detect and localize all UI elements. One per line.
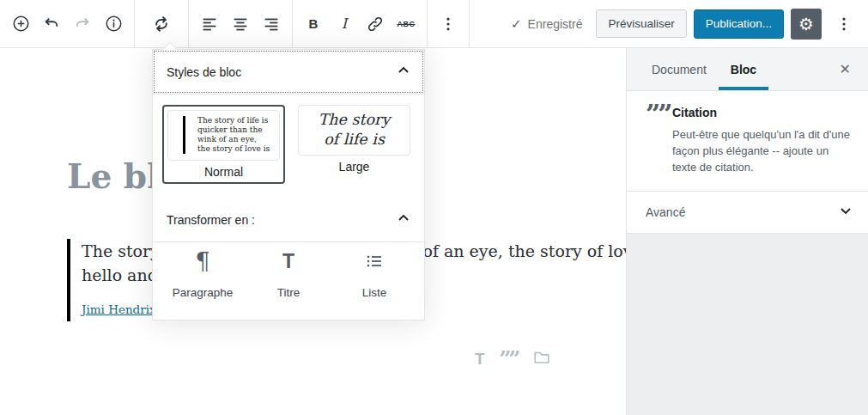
saved-status: ✓ Enregistré [511,16,582,32]
close-icon: ✕ [840,62,851,76]
advanced-panel-toggle[interactable]: Avancé [627,192,868,234]
strikethrough-icon: ABC [398,20,416,28]
style-option-normal[interactable]: The story of life is quicker than the wi… [162,105,285,184]
close-sidebar-button[interactable]: ✕ [836,58,854,81]
preview-line: quicker than the [197,125,270,135]
chevron-down-icon [839,204,853,221]
wordpress-block-editor: B I ABC ✓ Enregistré Prévisualiser [0,0,868,415]
bold-button[interactable]: B [299,9,328,40]
style-large-label: Large [298,156,410,175]
preview-line: The story [299,110,410,130]
transform-list-label: Liste [362,286,387,299]
mini-quote-bar [183,116,185,154]
heading-icon: T [282,247,294,275]
publish-button[interactable]: Publication... [694,9,784,39]
style-option-large[interactable]: The story of life is Large [298,105,410,184]
redo-button[interactable] [68,9,97,40]
info-icon [104,14,124,34]
block-styles-list: The story of life is quicker than the wi… [153,95,424,198]
bold-icon: B [309,16,319,31]
undo-button[interactable] [37,9,66,40]
toolbar-more-group [428,0,469,47]
kebab-icon [835,15,853,34]
transform-to-paragraph[interactable]: ¶ Paragraphe [160,247,246,299]
heading-block-icon[interactable]: T [475,350,485,369]
toolbar-alignment-group [189,0,292,47]
frequent-blocks-shortcuts: T ”” [475,348,551,370]
settings-sidebar: Document Bloc ✕ ”” Citation Peut-être qu… [626,48,868,415]
redo-icon [73,15,92,34]
block-styles-title: Styles de bloc [167,65,241,79]
block-card-body: Citation Peut-être que quelqu'un l'a dit… [672,106,854,175]
toolbar-divider [469,0,470,47]
preview-line: of life is [299,130,410,150]
quote-left-border [67,239,70,321]
check-icon: ✓ [511,16,522,32]
preview-button[interactable]: Prévisualiser [596,9,686,38]
advanced-panel-label: Avancé [646,205,685,219]
link-button[interactable] [361,9,390,40]
align-center-icon [231,15,250,34]
quote-block-icon[interactable]: ”” [500,351,519,368]
align-left-button[interactable] [195,9,224,40]
align-right-icon [262,15,281,34]
strikethrough-button[interactable]: ABC [392,9,421,40]
sidebar-tabs: Document Bloc ✕ [627,48,868,91]
style-large-preview: The story of life is [298,105,410,156]
chevron-up-icon [397,64,410,81]
list-icon [364,247,385,275]
paragraph-icon: ¶ [195,247,209,275]
transform-icon [151,14,172,34]
toolbar-history-group [0,0,134,47]
italic-icon: I [342,15,347,32]
gear-icon: ⚙ [798,15,814,34]
preview-line: the story of love is [197,144,270,154]
link-icon [366,15,385,34]
italic-button[interactable]: I [330,9,359,40]
editor-toolbar: B I ABC ✓ Enregistré Prévisualiser [0,0,868,48]
transform-to-heading[interactable]: T Titre [246,247,331,299]
style-normal-preview: The story of life is quicker than the wi… [167,110,280,161]
preview-line: wink of an eye, [197,135,270,144]
toolbar-formatting-group: B I ABC [293,0,427,47]
quote-icon: ”” [646,106,672,175]
align-left-icon [200,15,219,34]
block-card-description: Peut-être que quelqu'un l'a dit d'une fa… [672,126,854,175]
more-options-button[interactable] [434,9,463,40]
toolbar-right-actions: ✓ Enregistré Prévisualiser Publication..… [511,9,868,40]
citation-link[interactable]: Jimi Hendrix [82,302,156,316]
style-normal-preview-text: The story of life is quicker than the wi… [197,116,270,160]
change-block-type-button[interactable] [147,9,176,40]
align-right-button[interactable] [257,9,286,40]
transform-title: Transformer en : [167,213,255,227]
block-card: ”” Citation Peut-être que quelqu'un l'a … [627,91,868,192]
saved-status-label: Enregistré [528,17,583,31]
transform-paragraph-label: Paragraphe [173,286,234,299]
block-switcher-popover: Styles de bloc The story of life is quic… [152,49,425,320]
transform-to-list[interactable]: Liste [331,247,417,299]
preview-line: The story of life is [197,116,270,125]
folder-block-icon[interactable] [532,348,551,370]
tab-document[interactable]: Document [640,48,719,90]
show-more-tools-button[interactable] [829,9,859,40]
chevron-up-icon [397,211,410,229]
tab-block[interactable]: Bloc [719,48,768,90]
toolbar-block-switcher-group [135,0,188,47]
style-normal-label: Normal [167,161,280,180]
kebab-icon [439,15,458,34]
add-block-button[interactable] [6,9,35,40]
undo-icon [42,15,61,34]
block-styles-panel-header[interactable]: Styles de bloc [153,50,424,95]
settings-button[interactable]: ⚙ [791,9,822,40]
align-center-button[interactable] [226,9,255,40]
block-card-title: Citation [672,106,854,119]
content-structure-button[interactable] [99,9,128,40]
transform-heading-label: Titre [277,286,300,299]
transform-panel-header[interactable]: Transformer en : [153,198,424,242]
transform-options: ¶ Paragraphe T Titre Liste [153,242,424,320]
plus-circle-icon [11,14,31,34]
